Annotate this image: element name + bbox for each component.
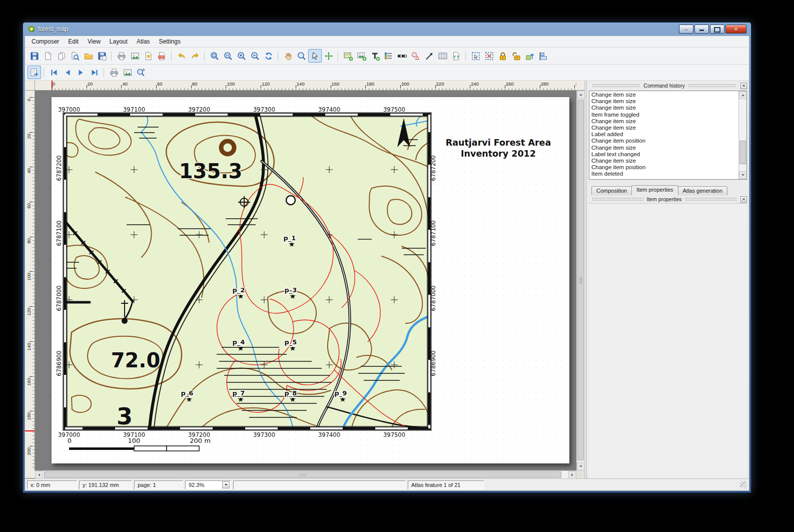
new-composition-button[interactable] — [41, 49, 55, 63]
map-item[interactable]: 135.3 72.0 3 ★★★ ★★★ ★★★ — [56, 106, 437, 438]
chevron-down-icon[interactable] — [222, 481, 230, 488]
history-item[interactable]: Label added — [590, 131, 737, 138]
add-new-map-button[interactable] — [341, 49, 355, 63]
save-project-button[interactable] — [28, 49, 41, 63]
lock-selected-items-button[interactable] — [496, 49, 509, 63]
composer-manager-button[interactable] — [68, 49, 82, 63]
history-item[interactable]: Change item size — [590, 98, 737, 105]
history-item[interactable]: Change item size — [590, 158, 737, 164]
history-item[interactable]: Item frame toggled — [590, 112, 737, 118]
history-item[interactable]: Change item size — [590, 118, 737, 125]
add-legend-button[interactable] — [382, 49, 395, 63]
history-item[interactable]: Change item position — [590, 164, 737, 171]
add-label-button[interactable] — [368, 49, 382, 63]
pan-button[interactable] — [281, 49, 295, 63]
list-scrollbar[interactable] — [738, 91, 746, 179]
print-button[interactable] — [115, 49, 128, 63]
print-atlas-button[interactable] — [107, 66, 121, 79]
select-items-button[interactable] — [469, 49, 482, 63]
add-attribute-table-button[interactable] — [436, 49, 449, 63]
history-item[interactable]: Change item size — [590, 125, 737, 131]
last-feature-button[interactable] — [88, 66, 101, 79]
zoom-full-button[interactable] — [208, 49, 221, 63]
svg-text:397400: 397400 — [318, 431, 340, 438]
resize-grip[interactable] — [740, 481, 747, 488]
first-feature-button[interactable] — [47, 66, 61, 79]
history-item[interactable]: Label text changed — [590, 151, 737, 158]
preview-atlas-button[interactable] — [28, 66, 41, 79]
raise-selected-items-button[interactable] — [523, 49, 536, 63]
composition-viewport[interactable]: 135.3 72.0 3 ★★★ ★★★ ★★★ — [35, 91, 576, 470]
list-scroll-thumb[interactable] — [739, 141, 746, 165]
command-history-list[interactable]: Change item sizeChange item sizeChange i… — [589, 91, 747, 180]
scroll-left-button[interactable] — [35, 471, 43, 479]
map-title-label[interactable]: Rautjarvi Forest Area Inventory 2012 — [446, 138, 551, 159]
close-icon[interactable] — [740, 83, 747, 89]
scroll-right-button[interactable] — [568, 471, 576, 479]
add-arrow-button[interactable] — [422, 49, 436, 63]
add-scalebar-button[interactable] — [395, 49, 409, 63]
menu-view[interactable]: View — [83, 37, 105, 47]
command-history-titlebar[interactable]: Command history — [589, 82, 747, 90]
history-item[interactable]: Change item size — [590, 105, 737, 111]
zoom-actual-size-button[interactable] — [221, 49, 235, 63]
align-selected-items-button[interactable] — [536, 49, 550, 63]
add-image-button[interactable] — [355, 49, 368, 63]
select-move-item-button[interactable] — [308, 49, 322, 63]
undo-button[interactable] — [175, 49, 188, 63]
minimize-button[interactable] — [694, 25, 709, 34]
save-as-template-button[interactable] — [95, 49, 109, 63]
tab-item-properties[interactable]: Item properties — [631, 185, 678, 195]
load-from-template-button[interactable] — [82, 49, 95, 63]
close-icon[interactable] — [740, 196, 747, 203]
previous-feature-button[interactable] — [61, 66, 74, 79]
vertical-scrollbar[interactable] — [576, 91, 584, 470]
maximize-button[interactable] — [710, 25, 724, 34]
tab-atlas-generation[interactable]: Atlas generation — [678, 186, 728, 195]
scroll-down-button[interactable] — [577, 462, 585, 470]
history-item[interactable]: Change item size — [590, 92, 737, 98]
vertical-scroll-thumb[interactable] — [577, 100, 584, 460]
export-as-image-button[interactable] — [128, 49, 142, 63]
composer-canvas[interactable]: 0204060801001201401601802002202402602803… — [25, 81, 584, 478]
export-as-pdf-button[interactable] — [155, 49, 169, 63]
right-panel: Command history Change item sizeChange i… — [587, 81, 749, 478]
scroll-up-button[interactable] — [577, 91, 585, 99]
move-item-content-button[interactable] — [322, 49, 335, 63]
add-html-frame-button[interactable] — [449, 49, 463, 63]
history-item[interactable]: Item deleted — [590, 171, 737, 177]
svg-text:6787000: 6787000 — [56, 285, 63, 311]
horizontal-scrollbar[interactable] — [35, 470, 576, 478]
add-basic-shape-button[interactable] — [409, 49, 422, 63]
zoom-in-button[interactable] — [235, 49, 248, 63]
unlock-all-items-button[interactable] — [509, 49, 523, 63]
atlas-settings-button[interactable] — [134, 66, 148, 79]
menu-edit[interactable]: Edit — [64, 37, 83, 47]
history-item[interactable]: Change item position — [590, 138, 737, 144]
scroll-down-button[interactable] — [739, 171, 747, 179]
menu-atlas[interactable]: Atlas — [132, 37, 155, 47]
tab-composition[interactable]: Composition — [591, 186, 632, 195]
history-item[interactable]: Change item size — [590, 145, 737, 151]
title-bar[interactable]: forest_map — [25, 23, 749, 36]
ungroup-items-button[interactable] — [482, 49, 496, 63]
scroll-up-button[interactable] — [739, 91, 747, 99]
next-feature-button[interactable] — [74, 66, 88, 79]
zoom-combobox[interactable]: 92.3% — [185, 480, 231, 489]
zoom-tool-button[interactable] — [295, 49, 308, 63]
item-properties-titlebar[interactable]: Item properties — [589, 195, 747, 203]
export-as-svg-button[interactable] — [142, 49, 155, 63]
menu-settings[interactable]: Settings — [155, 37, 185, 47]
refresh-view-button[interactable] — [262, 49, 275, 63]
redo-button[interactable] — [188, 49, 202, 63]
window-arrows-button[interactable] — [679, 25, 693, 34]
horizontal-scroll-thumb[interactable] — [44, 471, 561, 478]
scale-bar[interactable]: 0 100 200 m — [68, 437, 211, 451]
composer-page[interactable]: 135.3 72.0 3 ★★★ ★★★ ★★★ — [52, 97, 569, 463]
menu-layout[interactable]: Layout — [105, 37, 132, 47]
export-atlas-as-image-button[interactable] — [121, 66, 134, 79]
duplicate-composition-button[interactable] — [55, 49, 68, 63]
menu-composer[interactable]: Composer — [27, 37, 64, 47]
close-button[interactable] — [725, 25, 746, 34]
zoom-out-button[interactable] — [248, 49, 262, 63]
